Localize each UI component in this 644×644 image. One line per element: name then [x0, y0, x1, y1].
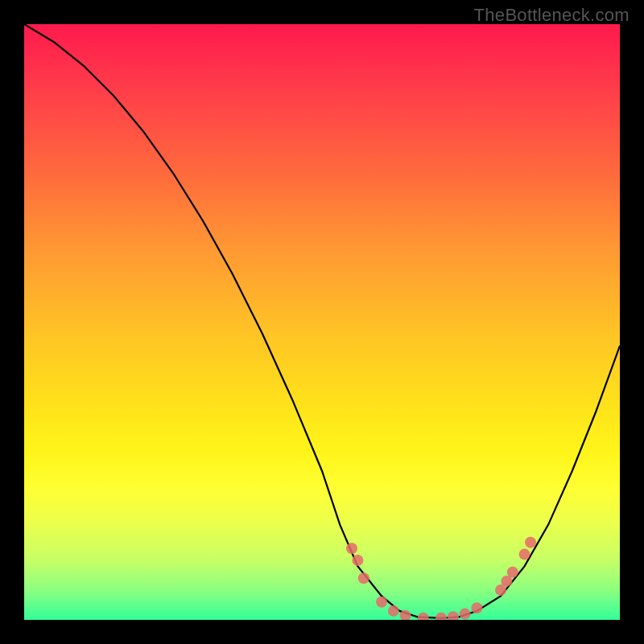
- chart-plot-area: [24, 24, 620, 620]
- data-marker: [525, 537, 536, 548]
- watermark-text: TheBottleneck.com: [474, 5, 630, 26]
- data-marker: [376, 597, 387, 608]
- data-marker: [460, 609, 471, 620]
- data-marker: [436, 613, 447, 620]
- marker-group: [346, 537, 536, 620]
- data-marker: [352, 555, 363, 566]
- data-marker: [519, 549, 530, 560]
- data-marker: [346, 543, 357, 554]
- chart-svg: [24, 24, 620, 620]
- data-marker: [388, 605, 399, 617]
- data-marker: [507, 567, 518, 578]
- data-marker: [358, 572, 369, 584]
- curve-line: [24, 24, 620, 618]
- data-marker: [471, 602, 482, 613]
- data-marker: [448, 611, 459, 620]
- data-marker: [418, 613, 429, 620]
